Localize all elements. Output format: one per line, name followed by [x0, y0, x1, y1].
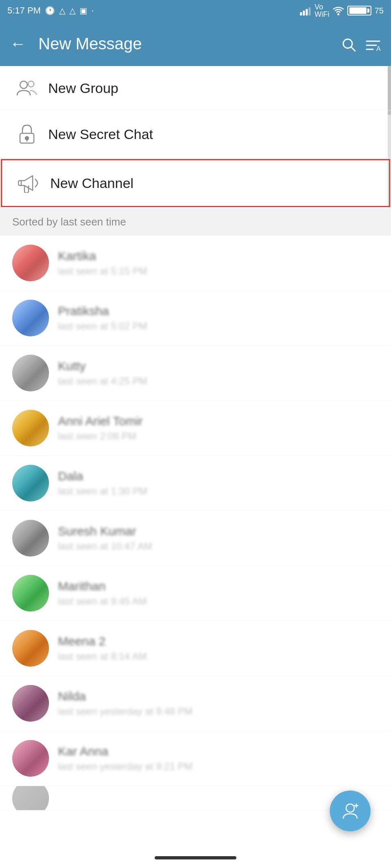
svg-point-16 — [346, 804, 354, 812]
contact-status: last seen at 10:47 AM — [58, 541, 379, 552]
contact-info: Pratiksha last seen at 5:02 PM — [58, 304, 379, 332]
avatar — [12, 355, 49, 391]
contact-item[interactable]: Anni Ariel Tomir last seen 2:08 PM — [0, 401, 391, 456]
svg-line-6 — [351, 47, 355, 51]
battery-tip — [367, 9, 369, 13]
sort-button[interactable]: A — [365, 35, 381, 52]
contact-item[interactable]: Kar Anna last seen yesterday at 9:21 PM — [0, 731, 391, 786]
new-secret-chat-item[interactable]: New Secret Chat — [0, 110, 391, 158]
contact-status: last seen at 5:02 PM — [58, 320, 379, 332]
alert-icon2: △ — [69, 6, 76, 15]
section-header-text: Sorted by last seen time — [12, 216, 126, 228]
svg-point-12 — [28, 81, 34, 87]
contact-status: last seen yesterday at 9:48 PM — [58, 706, 379, 717]
avatar — [12, 300, 49, 336]
contact-name: Kar Anna — [58, 744, 379, 758]
avatar — [12, 245, 49, 281]
signal-icon — [300, 6, 311, 15]
group-icon — [12, 79, 42, 97]
wifi-icon — [333, 6, 344, 15]
app-header: ← New Message A — [0, 21, 391, 66]
svg-rect-2 — [306, 9, 308, 15]
contact-name: Marithan — [58, 579, 379, 593]
contact-status: last seen at 9:45 AM — [58, 596, 379, 607]
time: 5:17 PM — [7, 5, 41, 16]
avatar — [12, 685, 49, 722]
back-button[interactable]: ← — [10, 35, 26, 53]
alarm-icon: 🕐 — [45, 6, 55, 15]
search-button[interactable] — [340, 35, 357, 52]
avatar — [12, 630, 49, 667]
home-indicator — [0, 848, 391, 868]
contact-status: last seen at 1:30 PM — [58, 486, 379, 497]
contact-info: Nilda last seen yesterday at 9:48 PM — [58, 689, 379, 717]
contact-item[interactable]: Dala last seen at 1:30 PM — [0, 456, 391, 511]
contact-name: Nilda — [58, 689, 379, 703]
battery-fill — [349, 7, 367, 14]
contact-item[interactable]: Kartika last seen at 5:15 PM — [0, 236, 391, 291]
page-title: New Message — [38, 35, 332, 53]
megaphone-icon — [14, 173, 44, 193]
avatar — [12, 465, 49, 501]
battery-percent: 75 — [375, 6, 384, 15]
avatar — [12, 410, 49, 446]
contact-info: Kar Anna last seen yesterday at 9:21 PM — [58, 744, 379, 772]
svg-rect-1 — [303, 11, 305, 15]
contact-status: last seen at 8:14 AM — [58, 651, 379, 662]
avatar — [12, 575, 49, 612]
contact-name: Suresh Kumar — [58, 524, 379, 538]
avatar — [12, 786, 49, 811]
new-group-label: New Group — [48, 80, 118, 96]
contact-list: Kartika last seen at 5:15 PM Pratiksha l… — [0, 236, 391, 811]
menu-section: New Group New Secret Chat New Channel — [0, 66, 391, 208]
contact-info: Marithan last seen at 9:45 AM — [58, 579, 379, 607]
lock-icon — [12, 124, 42, 145]
app-icon: ▣ — [80, 6, 87, 15]
contact-name: Dala — [58, 469, 379, 483]
contact-status: last seen at 4:25 PM — [58, 375, 379, 387]
new-channel-item[interactable]: New Channel — [1, 159, 390, 207]
svg-point-4 — [337, 13, 339, 15]
home-bar — [155, 856, 236, 859]
contact-name: Kartika — [58, 249, 379, 263]
new-secret-chat-label: New Secret Chat — [48, 126, 153, 142]
status-right: VoWiFi 75 — [300, 3, 384, 18]
svg-text:A: A — [376, 45, 381, 52]
status-left: 5:17 PM 🕐 △ △ ▣ · — [7, 5, 94, 16]
contact-item[interactable]: Meena 2 last seen at 8:14 AM — [0, 621, 391, 676]
svg-rect-3 — [309, 7, 311, 15]
dot: · — [91, 5, 94, 16]
sort-section-header: Sorted by last seen time — [0, 208, 391, 236]
contact-item[interactable]: Kutty last seen at 4:25 PM — [0, 346, 391, 401]
new-group-item[interactable]: New Group — [0, 66, 391, 110]
contact-status: last seen 2:08 PM — [58, 431, 379, 442]
alert-icon: △ — [59, 6, 65, 15]
new-channel-label: New Channel — [50, 175, 133, 191]
add-contact-fab[interactable] — [330, 791, 371, 831]
svg-point-11 — [20, 81, 27, 88]
contact-item[interactable]: Nilda last seen yesterday at 9:48 PM — [0, 676, 391, 731]
battery-indicator — [347, 6, 371, 15]
contact-info: Meena 2 last seen at 8:14 AM — [58, 634, 379, 662]
contact-info: Dala last seen at 1:30 PM — [58, 469, 379, 497]
contact-item[interactable]: Marithan last seen at 9:45 AM — [0, 566, 391, 621]
contact-name: Meena 2 — [58, 634, 379, 648]
contact-info: Kutty last seen at 4:25 PM — [58, 359, 379, 387]
status-bar: 5:17 PM 🕐 △ △ ▣ · VoWiFi — [0, 0, 391, 21]
contact-info: Kartika last seen at 5:15 PM — [58, 249, 379, 277]
svg-rect-0 — [300, 12, 302, 15]
vowifi-label: VoWiFi — [315, 3, 329, 18]
avatar — [12, 740, 49, 777]
contact-item[interactable]: Suresh Kumar last seen at 10:47 AM — [0, 511, 391, 566]
contact-name: Anni Ariel Tomir — [58, 414, 379, 428]
contact-name: Kutty — [58, 359, 379, 373]
contact-info: Anni Ariel Tomir last seen 2:08 PM — [58, 414, 379, 442]
contact-status: last seen at 5:15 PM — [58, 265, 379, 277]
contact-item[interactable]: Pratiksha last seen at 5:02 PM — [0, 291, 391, 346]
contact-info: Suresh Kumar last seen at 10:47 AM — [58, 524, 379, 552]
contact-status: last seen yesterday at 9:21 PM — [58, 761, 379, 772]
svg-point-14 — [25, 137, 29, 140]
avatar — [12, 520, 49, 557]
contact-name: Pratiksha — [58, 304, 379, 318]
